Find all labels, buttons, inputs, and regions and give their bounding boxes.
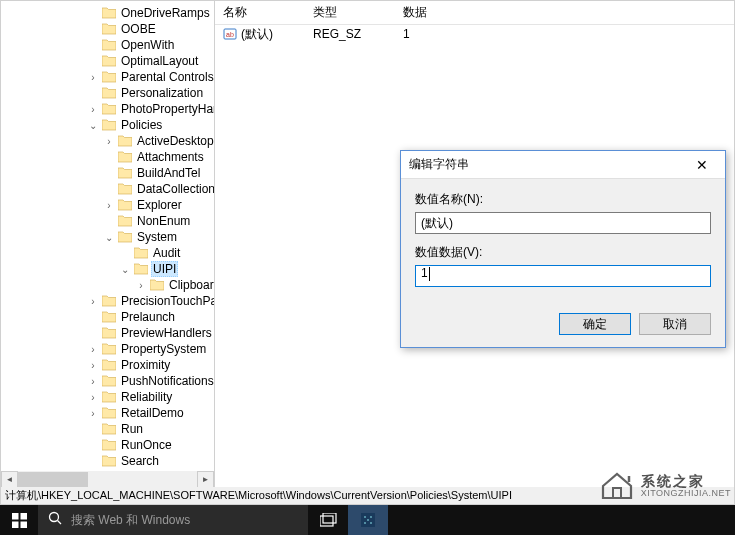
tree-item-label: PushNotifications: [119, 374, 215, 388]
tree-expand-icon[interactable]: ›: [87, 104, 99, 115]
column-header-type[interactable]: 类型: [305, 4, 395, 21]
tree-item-photopropertyhandler[interactable]: ›PhotoPropertyHandler: [1, 101, 215, 117]
tree-item-prelaunch[interactable]: Prelaunch: [1, 309, 215, 325]
tree-item-label: Explorer: [135, 198, 184, 212]
tree-item-uipi[interactable]: ⌄UIPI: [1, 261, 215, 277]
tree-expand-icon[interactable]: [87, 8, 99, 19]
scroll-right-arrow[interactable]: ►: [197, 471, 214, 488]
folder-icon: [101, 294, 117, 308]
task-view-button[interactable]: [308, 505, 348, 535]
tree-item-datacollection[interactable]: DataCollection: [1, 181, 215, 197]
column-header-name[interactable]: 名称: [215, 4, 305, 21]
tree-expand-icon[interactable]: [103, 168, 115, 179]
watermark-text-cn: 系统之家: [641, 474, 731, 489]
tree-expand-icon[interactable]: ⌄: [87, 120, 99, 131]
tree-item-proximity[interactable]: ›Proximity: [1, 357, 215, 373]
tree-item-label: OpenWith: [119, 38, 176, 52]
tree-item-activedesktop[interactable]: ›ActiveDesktop: [1, 133, 215, 149]
tree-expand-icon[interactable]: [103, 216, 115, 227]
tree-item-openwith[interactable]: OpenWith: [1, 37, 215, 53]
tree-expand-icon[interactable]: [103, 184, 115, 195]
value-name-input[interactable]: [415, 212, 711, 234]
tree-expand-icon[interactable]: ⌄: [119, 264, 131, 275]
tree-item-buildandtel[interactable]: BuildAndTel: [1, 165, 215, 181]
tree-expand-icon[interactable]: ⌄: [103, 232, 115, 243]
tree-item-label: Run: [119, 422, 145, 436]
tree-item-label: OOBE: [119, 22, 158, 36]
folder-icon: [101, 438, 117, 452]
tree-expand-icon[interactable]: ›: [87, 392, 99, 403]
tree-item-policies[interactable]: ⌄Policies: [1, 117, 215, 133]
tree-expand-icon[interactable]: [87, 24, 99, 35]
tree-item-retaildemo[interactable]: ›RetailDemo: [1, 405, 215, 421]
scroll-left-arrow[interactable]: ◄: [1, 471, 18, 488]
tree-item-label: Clipboard: [167, 278, 215, 292]
tree-item-run[interactable]: Run: [1, 421, 215, 437]
cancel-button[interactable]: 取消: [639, 313, 711, 335]
tree-expand-icon[interactable]: ›: [87, 344, 99, 355]
folder-icon: [101, 358, 117, 372]
tree-expand-icon[interactable]: [87, 424, 99, 435]
tree-item-reliability[interactable]: ›Reliability: [1, 389, 215, 405]
tree-item-clipboard[interactable]: ›Clipboard: [1, 277, 215, 293]
tree-expand-icon[interactable]: ›: [87, 408, 99, 419]
tree-item-system[interactable]: ⌄System: [1, 229, 215, 245]
tree-expand-icon[interactable]: [87, 312, 99, 323]
tree-item-pushnotifications[interactable]: ›PushNotifications: [1, 373, 215, 389]
taskbar-app-regedit[interactable]: [348, 505, 388, 535]
scroll-thumb[interactable]: [18, 472, 88, 487]
tree-expand-icon[interactable]: [87, 440, 99, 451]
tree-item-label: RunOnce: [119, 438, 174, 452]
tree-expand-icon[interactable]: ›: [103, 136, 115, 147]
taskbar-search-box[interactable]: 搜索 Web 和 Windows: [38, 505, 308, 535]
column-header-data[interactable]: 数据: [395, 4, 734, 21]
tree-item-runonce[interactable]: RunOnce: [1, 437, 215, 453]
tree-horizontal-scrollbar[interactable]: ◄ ►: [1, 471, 214, 488]
tree-expand-icon[interactable]: [119, 248, 131, 259]
folder-icon: [117, 230, 133, 244]
tree-item-onedriveramps[interactable]: OneDriveRamps: [1, 5, 215, 21]
tree-expand-icon[interactable]: [87, 88, 99, 99]
tree-item-label: ActiveDesktop: [135, 134, 215, 148]
value-data-input[interactable]: 1: [415, 265, 711, 287]
tree-expand-icon[interactable]: [87, 328, 99, 339]
tree-item-precisiontouchpad[interactable]: ›PrecisionTouchPad: [1, 293, 215, 309]
ok-button[interactable]: 确定: [559, 313, 631, 335]
tree-item-personalization[interactable]: Personalization: [1, 85, 215, 101]
watermark: 系统之家 XITONGZHIJIA.NET: [599, 470, 731, 503]
tree-expand-icon[interactable]: [103, 152, 115, 163]
tree-expand-icon[interactable]: [87, 56, 99, 67]
tree-item-parental-controls[interactable]: ›Parental Controls: [1, 69, 215, 85]
registry-tree-panel[interactable]: OneDriveRamps OOBE OpenWith OptimalLayou…: [1, 1, 215, 488]
scroll-track[interactable]: [18, 471, 197, 488]
tree-item-label: Policies: [119, 118, 164, 132]
tree-item-oobe[interactable]: OOBE: [1, 21, 215, 37]
tree-expand-icon[interactable]: ›: [103, 200, 115, 211]
dialog-titlebar[interactable]: 编辑字符串 ✕: [401, 151, 725, 179]
folder-icon: [117, 214, 133, 228]
folder-icon: [101, 374, 117, 388]
tree-item-label: Attachments: [135, 150, 206, 164]
start-button[interactable]: [0, 505, 38, 535]
tree-expand-icon[interactable]: ›: [87, 376, 99, 387]
tree-item-propertysystem[interactable]: ›PropertySystem: [1, 341, 215, 357]
tree-expand-icon[interactable]: [87, 456, 99, 467]
tree-item-attachments[interactable]: Attachments: [1, 149, 215, 165]
tree-item-nonenum[interactable]: NonEnum: [1, 213, 215, 229]
tree-item-explorer[interactable]: ›Explorer: [1, 197, 215, 213]
tree-item-optimallayout[interactable]: OptimalLayout: [1, 53, 215, 69]
tree-expand-icon[interactable]: ›: [87, 296, 99, 307]
list-row[interactable]: ab (默认) REG_SZ 1: [215, 25, 734, 43]
tree-expand-icon[interactable]: ›: [135, 280, 147, 291]
tree-item-search[interactable]: Search: [1, 453, 215, 469]
tree-item-audit[interactable]: Audit: [1, 245, 215, 261]
tree-item-label: PropertySystem: [119, 342, 208, 356]
tree-expand-icon[interactable]: [87, 40, 99, 51]
tree-item-label: DataCollection: [135, 182, 215, 196]
tree-expand-icon[interactable]: ›: [87, 360, 99, 371]
folder-icon: [101, 422, 117, 436]
edit-string-dialog: 编辑字符串 ✕ 数值名称(N): 数值数据(V): 1 确定 取消: [400, 150, 726, 348]
dialog-close-button[interactable]: ✕: [687, 154, 717, 176]
tree-item-previewhandlers[interactable]: PreviewHandlers: [1, 325, 215, 341]
tree-expand-icon[interactable]: ›: [87, 72, 99, 83]
